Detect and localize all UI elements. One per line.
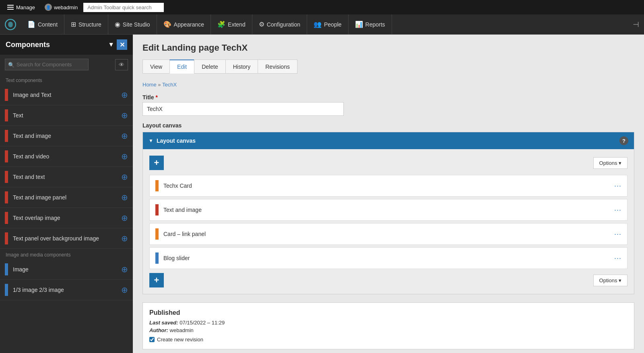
add-image-and-text-button[interactable]: ⊕ xyxy=(121,91,128,99)
canvas-item-name-text-and-image: Text and image xyxy=(163,207,614,213)
add-text-overlap-image-button[interactable]: ⊕ xyxy=(121,214,128,222)
sidebar-close-button[interactable]: ✕ xyxy=(117,39,127,50)
site-logo[interactable] xyxy=(3,17,18,32)
canvas-bottom-add-row: + Options ▾ xyxy=(149,273,627,287)
component-text[interactable]: Text ⊕ xyxy=(0,105,133,126)
visibility-toggle-button[interactable]: 👁 xyxy=(115,59,128,70)
user-avatar-icon: 👤 xyxy=(45,4,52,11)
published-section: Published Last saved: 07/15/2022 – 11:29… xyxy=(142,302,634,349)
nav-item-structure[interactable]: ⊞ Structure xyxy=(64,14,108,34)
page-layout: Components ▼ ✕ 🔍 👁 Text components Image… xyxy=(0,35,644,353)
nav-item-extend[interactable]: 🧩 Extend xyxy=(211,14,252,34)
canvas-item-menu-card-link-panel[interactable]: ··· xyxy=(614,230,621,238)
manage-button[interactable]: Manage xyxy=(3,3,39,12)
tab-view[interactable]: View xyxy=(142,60,170,74)
canvas-header: ▼ Layout canvas ? xyxy=(143,132,634,149)
nav-label-extend: Extend xyxy=(228,21,246,28)
title-input[interactable] xyxy=(142,102,344,116)
component-bar-text-and-text xyxy=(5,171,8,183)
component-bar-text-and-image xyxy=(5,130,8,142)
hamburger-icon xyxy=(7,5,14,10)
add-text-and-image-button[interactable]: ⊕ xyxy=(121,132,128,140)
layout-canvas: ▼ Layout canvas ? + Options ▾ Techx Card… xyxy=(142,132,634,294)
published-last-saved: Last saved: 07/15/2022 – 11:29 xyxy=(149,320,627,326)
canvas-item-blog-slider: Blog slider ··· xyxy=(149,247,627,269)
nav-item-sitestudio[interactable]: ◉ Site Studio xyxy=(108,14,157,34)
component-name-image: Image xyxy=(13,266,121,273)
add-image-button[interactable]: ⊕ xyxy=(121,265,128,273)
component-1-3-image[interactable]: 1/3 image 2/3 image ⊕ xyxy=(0,280,133,300)
components-search-input[interactable] xyxy=(5,59,89,70)
canvas-top-add-button[interactable]: + xyxy=(149,156,164,170)
component-name-text: Text xyxy=(13,112,121,119)
canvas-item-techx-card: Techx Card ··· xyxy=(149,175,627,197)
canvas-bottom-add-button[interactable]: + xyxy=(149,273,164,287)
canvas-item-bar-card-link-panel xyxy=(155,228,159,240)
tab-revisions[interactable]: Revisions xyxy=(258,60,297,74)
canvas-help-button[interactable]: ? xyxy=(619,136,628,145)
sidebar-header-controls: ▼ ✕ xyxy=(108,39,127,50)
nav-label-sitestudio: Site Studio xyxy=(123,21,150,28)
component-text-and-text[interactable]: Text and text ⊕ xyxy=(0,167,133,187)
component-name-text-and-image-panel: Text and image panel xyxy=(13,194,121,201)
nav-label-configuration: Configuration xyxy=(267,21,300,28)
breadcrumb-current[interactable]: TechX xyxy=(162,82,177,88)
canvas-item-menu-techx-card[interactable]: ··· xyxy=(614,182,621,190)
nav-label-appearance: Appearance xyxy=(174,21,204,28)
breadcrumb: Home » TechX xyxy=(142,82,634,88)
add-text-panel-over-bg-button[interactable]: ⊕ xyxy=(121,234,128,242)
component-name-text-panel-over-bg: Text panel over background image xyxy=(13,235,121,242)
component-image-and-text[interactable]: Image and Text ⊕ xyxy=(0,85,133,105)
nav-item-configuration[interactable]: ⚙ Configuration xyxy=(252,14,307,34)
text-components-section-label: Text components xyxy=(0,74,133,85)
published-title: Published xyxy=(149,309,627,316)
search-icon: 🔍 xyxy=(8,62,14,68)
add-1-3-image-button[interactable]: ⊕ xyxy=(121,286,128,294)
tab-history[interactable]: History xyxy=(225,60,258,74)
canvas-item-bar-blog-slider xyxy=(155,252,159,264)
component-name-text-overlap-image: Text overlap image xyxy=(13,215,121,221)
user-label: webadmin xyxy=(54,4,78,10)
component-bar-text-and-image-panel xyxy=(5,191,8,203)
sidebar-dropdown-button[interactable]: ▼ xyxy=(108,41,114,48)
canvas-header-left: ▼ Layout canvas xyxy=(149,138,196,144)
nav-item-content[interactable]: 📄 Content xyxy=(21,14,64,34)
configuration-icon: ⚙ xyxy=(259,21,264,28)
component-bar-text-panel-over-bg xyxy=(5,232,8,244)
breadcrumb-home[interactable]: Home xyxy=(142,82,157,88)
tab-delete[interactable]: Delete xyxy=(194,60,225,74)
create-revision-checkbox[interactable] xyxy=(149,337,155,342)
nav-label-reports: Reports xyxy=(365,21,385,28)
nav-label-structure: Structure xyxy=(78,21,101,28)
component-text-and-image[interactable]: Text and image ⊕ xyxy=(0,126,133,146)
add-text-and-text-button[interactable]: ⊕ xyxy=(121,173,128,181)
component-name-text-and-image: Text and image xyxy=(13,133,121,139)
nav-item-reports[interactable]: 📊 Reports xyxy=(349,14,392,34)
sidebar-title: Components xyxy=(6,41,50,49)
component-text-panel-over-bg[interactable]: Text panel over background image ⊕ xyxy=(0,228,133,249)
admin-toolbar-search[interactable] xyxy=(83,3,164,12)
add-text-and-image-panel-button[interactable]: ⊕ xyxy=(121,193,128,201)
sidebar-search-row: 🔍 👁 xyxy=(0,55,133,74)
component-text-and-video[interactable]: Text and video ⊕ xyxy=(0,146,133,167)
component-text-overlap-image[interactable]: Text overlap image ⊕ xyxy=(0,208,133,228)
component-bar-1-3-image xyxy=(5,284,8,296)
user-menu[interactable]: 👤 webadmin xyxy=(41,2,82,12)
admin-bar: Manage 👤 webadmin xyxy=(0,0,644,14)
canvas-item-menu-text-and-image[interactable]: ··· xyxy=(614,206,621,214)
component-image[interactable]: Image ⊕ xyxy=(0,259,133,280)
tab-edit[interactable]: Edit xyxy=(169,60,194,74)
nav-item-appearance[interactable]: 🎨 Appearance xyxy=(157,14,211,34)
nav-item-people[interactable]: 👥 People xyxy=(307,14,349,34)
canvas-bottom-options-button[interactable]: Options ▾ xyxy=(593,275,627,286)
canvas-item-menu-blog-slider[interactable]: ··· xyxy=(614,254,621,263)
published-checkbox-row: Create new revision xyxy=(149,337,627,343)
canvas-item-bar-techx-card xyxy=(155,180,159,191)
canvas-top-options-button[interactable]: Options ▾ xyxy=(593,157,627,169)
published-author: Author: webadmin xyxy=(149,327,627,333)
component-bar-text-and-video xyxy=(5,150,8,162)
add-text-and-video-button[interactable]: ⊕ xyxy=(121,152,128,160)
component-text-and-image-panel[interactable]: Text and image panel ⊕ xyxy=(0,187,133,208)
published-last-saved-label: Last saved: xyxy=(149,320,178,326)
add-text-button[interactable]: ⊕ xyxy=(121,111,128,119)
